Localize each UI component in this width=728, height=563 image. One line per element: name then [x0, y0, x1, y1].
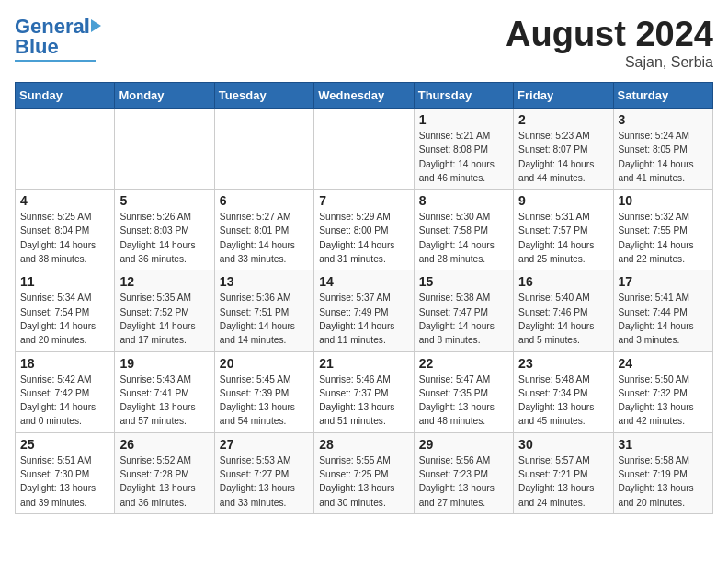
- calendar-cell: 17Sunrise: 5:41 AMSunset: 7:44 PMDayligh…: [613, 270, 712, 351]
- calendar-cell: 28Sunrise: 5:55 AMSunset: 7:25 PMDayligh…: [314, 432, 414, 513]
- calendar-cell: 15Sunrise: 5:38 AMSunset: 7:47 PMDayligh…: [414, 270, 513, 351]
- day-number: 11: [20, 274, 109, 289]
- calendar-cell: 29Sunrise: 5:56 AMSunset: 7:23 PMDayligh…: [414, 432, 513, 513]
- day-info: Sunrise: 5:31 AMSunset: 7:57 PMDaylight:…: [518, 210, 608, 266]
- month-title: August 2024: [506, 15, 713, 54]
- day-number: 29: [419, 437, 508, 452]
- day-number: 18: [20, 356, 109, 371]
- day-of-week-header: Saturday: [613, 83, 712, 109]
- day-number: 16: [518, 274, 608, 289]
- calendar-cell: 11Sunrise: 5:34 AMSunset: 7:54 PMDayligh…: [16, 270, 115, 351]
- calendar-cell: 27Sunrise: 5:53 AMSunset: 7:27 PMDayligh…: [214, 432, 313, 513]
- calendar-cell: 8Sunrise: 5:30 AMSunset: 7:58 PMDaylight…: [414, 190, 513, 270]
- day-info: Sunrise: 5:43 AMSunset: 7:41 PMDaylight:…: [119, 373, 209, 429]
- calendar-cell: 12Sunrise: 5:35 AMSunset: 7:52 PMDayligh…: [115, 270, 214, 351]
- day-info: Sunrise: 5:41 AMSunset: 7:44 PMDaylight:…: [619, 291, 708, 347]
- calendar-cell: 30Sunrise: 5:57 AMSunset: 7:21 PMDayligh…: [514, 432, 613, 513]
- calendar-cell: 4Sunrise: 5:25 AMSunset: 8:04 PMDaylight…: [16, 190, 115, 270]
- calendar-week-row: 4Sunrise: 5:25 AMSunset: 8:04 PMDaylight…: [16, 190, 713, 270]
- calendar-cell: 1Sunrise: 5:21 AMSunset: 8:08 PMDaylight…: [414, 109, 513, 190]
- day-info: Sunrise: 5:37 AMSunset: 7:49 PMDaylight:…: [319, 291, 408, 347]
- calendar-cell: 9Sunrise: 5:31 AMSunset: 7:57 PMDaylight…: [514, 190, 613, 270]
- day-info: Sunrise: 5:25 AMSunset: 8:04 PMDaylight:…: [20, 210, 109, 266]
- day-info: Sunrise: 5:51 AMSunset: 7:30 PMDaylight:…: [20, 454, 109, 510]
- day-info: Sunrise: 5:45 AMSunset: 7:39 PMDaylight:…: [220, 373, 309, 429]
- day-info: Sunrise: 5:46 AMSunset: 7:37 PMDaylight:…: [319, 373, 408, 429]
- logo: General Blue: [15, 15, 101, 62]
- day-info: Sunrise: 5:50 AMSunset: 7:32 PMDaylight:…: [619, 373, 708, 429]
- day-number: 26: [119, 437, 209, 452]
- day-info: Sunrise: 5:38 AMSunset: 7:47 PMDaylight:…: [419, 291, 508, 347]
- day-number: 20: [220, 356, 309, 371]
- calendar-cell: 19Sunrise: 5:43 AMSunset: 7:41 PMDayligh…: [115, 351, 214, 432]
- day-info: Sunrise: 5:48 AMSunset: 7:34 PMDaylight:…: [518, 373, 608, 429]
- calendar-cell: 10Sunrise: 5:32 AMSunset: 7:55 PMDayligh…: [613, 190, 712, 270]
- calendar-cell: [214, 109, 313, 190]
- calendar-cell: 21Sunrise: 5:46 AMSunset: 7:37 PMDayligh…: [314, 351, 414, 432]
- calendar-cell: 25Sunrise: 5:51 AMSunset: 7:30 PMDayligh…: [16, 432, 115, 513]
- calendar-cell: [314, 109, 414, 190]
- day-number: 3: [619, 112, 708, 127]
- day-info: Sunrise: 5:23 AMSunset: 8:07 PMDaylight:…: [518, 129, 608, 185]
- day-info: Sunrise: 5:40 AMSunset: 7:46 PMDaylight:…: [518, 291, 608, 347]
- calendar-cell: 31Sunrise: 5:58 AMSunset: 7:19 PMDayligh…: [613, 432, 712, 513]
- day-number: 21: [319, 356, 408, 371]
- day-info: Sunrise: 5:32 AMSunset: 7:55 PMDaylight:…: [619, 210, 708, 266]
- day-number: 31: [619, 437, 708, 452]
- day-info: Sunrise: 5:58 AMSunset: 7:19 PMDaylight:…: [619, 454, 708, 510]
- day-number: 19: [119, 356, 209, 371]
- day-number: 28: [319, 437, 408, 452]
- calendar-cell: 13Sunrise: 5:36 AMSunset: 7:51 PMDayligh…: [214, 270, 313, 351]
- location: Sajan, Serbia: [506, 54, 713, 71]
- day-number: 27: [220, 437, 309, 452]
- day-of-week-header: Friday: [514, 83, 613, 109]
- day-number: 24: [619, 356, 708, 371]
- day-number: 23: [518, 356, 608, 371]
- calendar-cell: 5Sunrise: 5:26 AMSunset: 8:03 PMDaylight…: [115, 190, 214, 270]
- calendar-week-row: 18Sunrise: 5:42 AMSunset: 7:42 PMDayligh…: [16, 351, 713, 432]
- page-header: General Blue August 2024 Sajan, Serbia: [15, 15, 713, 71]
- day-info: Sunrise: 5:52 AMSunset: 7:28 PMDaylight:…: [119, 454, 209, 510]
- day-info: Sunrise: 5:24 AMSunset: 8:05 PMDaylight:…: [619, 129, 708, 185]
- day-number: 22: [419, 356, 508, 371]
- day-number: 30: [518, 437, 608, 452]
- calendar-cell: 2Sunrise: 5:23 AMSunset: 8:07 PMDaylight…: [514, 109, 613, 190]
- calendar-table: SundayMondayTuesdayWednesdayThursdayFrid…: [15, 82, 713, 514]
- day-number: 10: [619, 193, 708, 208]
- calendar-cell: 24Sunrise: 5:50 AMSunset: 7:32 PMDayligh…: [613, 351, 712, 432]
- day-info: Sunrise: 5:47 AMSunset: 7:35 PMDaylight:…: [419, 373, 508, 429]
- calendar-cell: 14Sunrise: 5:37 AMSunset: 7:49 PMDayligh…: [314, 270, 414, 351]
- calendar-cell: 20Sunrise: 5:45 AMSunset: 7:39 PMDayligh…: [214, 351, 313, 432]
- day-info: Sunrise: 5:36 AMSunset: 7:51 PMDaylight:…: [220, 291, 309, 347]
- day-of-week-header: Tuesday: [214, 83, 313, 109]
- calendar-cell: 7Sunrise: 5:29 AMSunset: 8:00 PMDaylight…: [314, 190, 414, 270]
- calendar-cell: 6Sunrise: 5:27 AMSunset: 8:01 PMDaylight…: [214, 190, 313, 270]
- day-number: 5: [119, 193, 209, 208]
- calendar-week-row: 11Sunrise: 5:34 AMSunset: 7:54 PMDayligh…: [16, 270, 713, 351]
- day-info: Sunrise: 5:21 AMSunset: 8:08 PMDaylight:…: [419, 129, 508, 185]
- calendar-cell: 18Sunrise: 5:42 AMSunset: 7:42 PMDayligh…: [16, 351, 115, 432]
- day-number: 13: [220, 274, 309, 289]
- title-block: August 2024 Sajan, Serbia: [506, 15, 713, 71]
- day-of-week-header: Sunday: [16, 83, 115, 109]
- day-info: Sunrise: 5:30 AMSunset: 7:58 PMDaylight:…: [419, 210, 508, 266]
- calendar-cell: 3Sunrise: 5:24 AMSunset: 8:05 PMDaylight…: [613, 109, 712, 190]
- day-number: 1: [419, 112, 508, 127]
- logo-blue-text: Blue: [15, 35, 59, 59]
- day-number: 6: [220, 193, 309, 208]
- day-of-week-header: Thursday: [414, 83, 513, 109]
- calendar-header-row: SundayMondayTuesdayWednesdayThursdayFrid…: [16, 83, 713, 109]
- logo-arrow-icon: [91, 19, 101, 32]
- day-number: 9: [518, 193, 608, 208]
- calendar-cell: [115, 109, 214, 190]
- day-info: Sunrise: 5:55 AMSunset: 7:25 PMDaylight:…: [319, 454, 408, 510]
- day-number: 7: [319, 193, 408, 208]
- day-info: Sunrise: 5:42 AMSunset: 7:42 PMDaylight:…: [20, 373, 109, 429]
- day-number: 14: [319, 274, 408, 289]
- calendar-cell: 22Sunrise: 5:47 AMSunset: 7:35 PMDayligh…: [414, 351, 513, 432]
- calendar-cell: 16Sunrise: 5:40 AMSunset: 7:46 PMDayligh…: [514, 270, 613, 351]
- calendar-cell: [16, 109, 115, 190]
- day-number: 12: [119, 274, 209, 289]
- day-number: 4: [20, 193, 109, 208]
- day-info: Sunrise: 5:35 AMSunset: 7:52 PMDaylight:…: [119, 291, 209, 347]
